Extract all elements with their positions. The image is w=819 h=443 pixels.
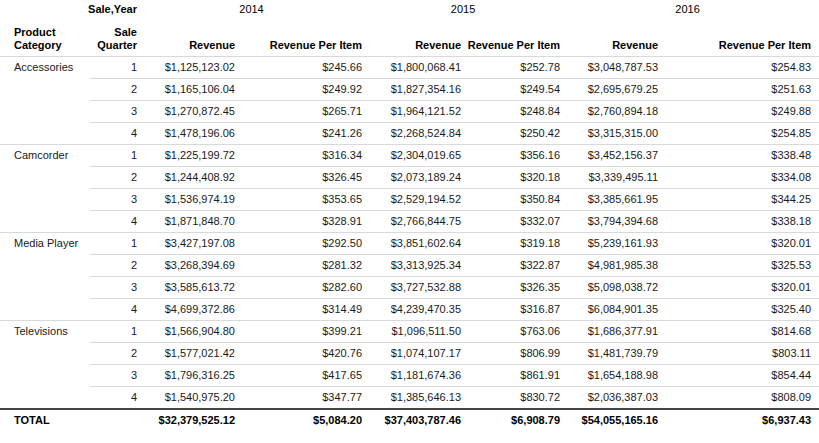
revenue-per-item-cell-2015: $806.99: [463, 343, 562, 365]
total-label: TOTAL: [0, 409, 90, 432]
product-category-label: Product Category: [0, 20, 90, 57]
revenue-per-item-cell-2015: $861.91: [463, 365, 562, 387]
revenue-per-item-cell-2016: $814.68: [660, 321, 819, 343]
revenue-cell-2015: $1,181,674.36: [364, 365, 463, 387]
revenue-cell-2014: $1,577,021.42: [139, 343, 237, 365]
category-group: Media Player1$3,427,197.08$292.50$3,851,…: [0, 233, 819, 321]
revenue-cell-2014: $3,585,613.72: [139, 277, 237, 299]
revenue-cell-2015: $2,073,189.24: [364, 167, 463, 189]
quarter-cell: 3: [90, 277, 139, 299]
table-row: 3$1,270,872.45$265.71$1,964,121.52$248.8…: [0, 101, 819, 123]
revenue-per-item-cell-2015: $350.84: [463, 189, 562, 211]
revenue-cell-2016: $2,036,387.03: [562, 387, 660, 410]
quarter-cell: 2: [90, 79, 139, 101]
revenue-per-item-cell-2014: $282.60: [237, 277, 364, 299]
year-header-2014: 2014: [139, 0, 364, 20]
revenue-cell-2014: $1,165,106.04: [139, 79, 237, 101]
table-row: 2$1,577,021.42$420.76$1,074,107.17$806.9…: [0, 343, 819, 365]
revenue-per-item-cell-2016: $808.09: [660, 387, 819, 410]
revenue-per-item-cell-2016: $854.44: [660, 365, 819, 387]
revenue-per-item-cell-2016: $320.01: [660, 277, 819, 299]
quarter-cell: 1: [90, 233, 139, 255]
table-row: 2$3,268,394.69$281.32$3,313,925.34$322.8…: [0, 255, 819, 277]
category-cell: Accessories: [0, 57, 90, 145]
revenue-cell-2015: $1,385,646.13: [364, 387, 463, 410]
revenue-cell-2015: $2,766,844.75: [364, 211, 463, 233]
revenue-per-item-cell-2015: $319.18: [463, 233, 562, 255]
revenue-per-item-cell-2014: $265.71: [237, 101, 364, 123]
quarter-cell: 2: [90, 255, 139, 277]
revenue-per-item-cell-2015: $322.87: [463, 255, 562, 277]
table-row: 4$1,871,848.70$328.91$2,766,844.75$332.0…: [0, 211, 819, 233]
revenue-per-item-cell-2014: $316.34: [237, 145, 364, 167]
revenue-cell-2014: $1,125,123.02: [139, 57, 237, 79]
category-cell: Televisions: [0, 321, 90, 410]
category-cell: Media Player: [0, 233, 90, 321]
revenue-per-item-cell-2014: $249.92: [237, 79, 364, 101]
revenue-per-item-cell-2014: $417.65: [237, 365, 364, 387]
revenue-per-item-cell-2016: $334.08: [660, 167, 819, 189]
revenue-cell-2014: $1,566,904.80: [139, 321, 237, 343]
revenue-per-item-cell-2015: $248.84: [463, 101, 562, 123]
revenue-cell-2014: $4,699,372.86: [139, 299, 237, 321]
quarter-cell: 1: [90, 321, 139, 343]
quarter-cell: 4: [90, 211, 139, 233]
revenue-cell-2014: $3,427,197.08: [139, 233, 237, 255]
revenue-cell-2015: $2,268,524.84: [364, 123, 463, 145]
quarter-cell: 4: [90, 299, 139, 321]
revenue-cell-2016: $3,794,394.68: [562, 211, 660, 233]
revenue-cell-2014: $1,270,872.45: [139, 101, 237, 123]
revenue-cell-2014: $1,540,975.20: [139, 387, 237, 410]
revenue-cell-2016: $4,981,985.38: [562, 255, 660, 277]
revenue-per-item-cell-2014: $314.49: [237, 299, 364, 321]
year-header-2015: 2015: [364, 0, 562, 20]
pivot-table: Sale,Year 2014 2015 2016 Product Categor…: [0, 0, 819, 432]
revenue-cell-2014: $1,478,196.06: [139, 123, 237, 145]
revenue-per-item-cell-2014: $353.65: [237, 189, 364, 211]
revenue-per-item-cell-2016: $254.85: [660, 123, 819, 145]
category-group: Televisions1$1,566,904.80$399.21$1,096,5…: [0, 321, 819, 410]
revenue-cell-2016: $3,339,495.11: [562, 167, 660, 189]
revenue-cell-2016: $1,654,188.98: [562, 365, 660, 387]
revenue-cell-2014: $1,871,848.70: [139, 211, 237, 233]
revenue-per-item-cell-2015: $316.87: [463, 299, 562, 321]
revenue-per-item-cell-2016: $325.40: [660, 299, 819, 321]
table-row: 4$4,699,372.86$314.49$4,239,470.35$316.8…: [0, 299, 819, 321]
revenue-cell-2016: $2,695,679.25: [562, 79, 660, 101]
revenue-per-item-cell-2016: $320.01: [660, 233, 819, 255]
table-row: 2$1,165,106.04$249.92$1,827,354.16$249.5…: [0, 79, 819, 101]
table-row: Media Player1$3,427,197.08$292.50$3,851,…: [0, 233, 819, 255]
total-revenue-cell-2014: $32,379,525.12: [139, 409, 237, 432]
revenue-header-2016: Revenue: [562, 20, 660, 57]
revenue-cell-2015: $4,239,470.35: [364, 299, 463, 321]
table-row: 4$1,478,196.06$241.26$2,268,524.84$250.4…: [0, 123, 819, 145]
table-row: Accessories1$1,125,123.02$245.66$1,800,0…: [0, 57, 819, 79]
revenue-cell-2015: $3,313,925.34: [364, 255, 463, 277]
revenue-per-item-header-2016: Revenue Per Item: [660, 20, 819, 57]
table-row: Televisions1$1,566,904.80$399.21$1,096,5…: [0, 321, 819, 343]
row-dimension-label: Sale,Year: [0, 0, 139, 20]
revenue-per-item-cell-2015: $249.54: [463, 79, 562, 101]
revenue-cell-2015: $1,096,511.50: [364, 321, 463, 343]
measure-header-row: Product Category Sale Quarter Revenue Re…: [0, 20, 819, 57]
revenue-cell-2016: $1,686,377.91: [562, 321, 660, 343]
total-revenue-per-item-cell-2015: $6,908.79: [463, 409, 562, 432]
category-group: Accessories1$1,125,123.02$245.66$1,800,0…: [0, 57, 819, 145]
revenue-per-item-cell-2016: $325.53: [660, 255, 819, 277]
revenue-per-item-cell-2014: $420.76: [237, 343, 364, 365]
table-row: 2$1,244,408.92$326.45$2,073,189.24$320.1…: [0, 167, 819, 189]
table-row: 3$1,536,974.19$353.65$2,529,194.52$350.8…: [0, 189, 819, 211]
revenue-per-item-cell-2015: $763.06: [463, 321, 562, 343]
table-row: 4$1,540,975.20$347.77$1,385,646.13$830.7…: [0, 387, 819, 410]
report-canvas: Sale,Year 2014 2015 2016 Product Categor…: [0, 0, 819, 443]
revenue-cell-2016: $3,048,787.53: [562, 57, 660, 79]
revenue-per-item-cell-2016: $254.83: [660, 57, 819, 79]
total-revenue-cell-2016: $54,055,165.16: [562, 409, 660, 432]
revenue-header-2015: Revenue: [364, 20, 463, 57]
revenue-per-item-cell-2015: $356.16: [463, 145, 562, 167]
revenue-per-item-cell-2015: $250.42: [463, 123, 562, 145]
revenue-cell-2014: $1,536,974.19: [139, 189, 237, 211]
sale-quarter-label: Sale Quarter: [90, 20, 139, 57]
revenue-per-item-cell-2014: $399.21: [237, 321, 364, 343]
quarter-cell: 2: [90, 167, 139, 189]
